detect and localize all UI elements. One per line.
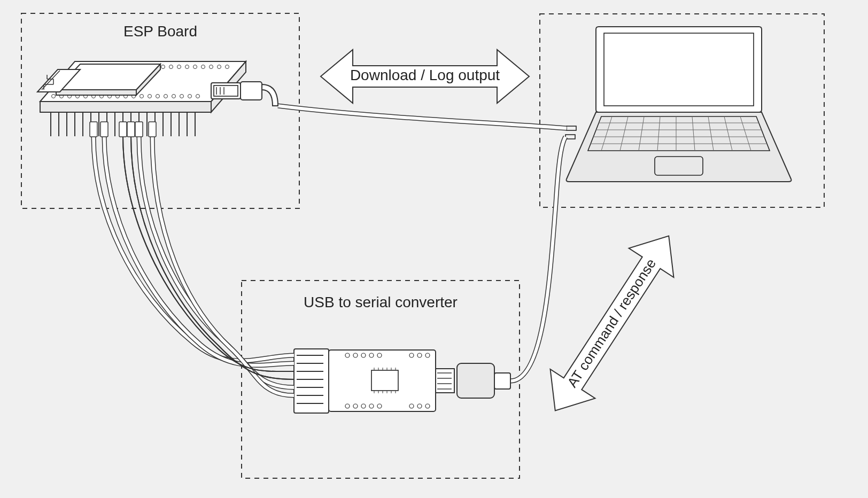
esp-board-icon [37, 61, 278, 136]
svg-point-35 [226, 65, 229, 69]
svg-point-31 [193, 65, 197, 69]
svg-point-54 [196, 95, 200, 98]
svg-rect-123 [457, 363, 494, 398]
svg-point-52 [180, 95, 184, 98]
top-arrow-label: Download / Log output [350, 67, 500, 83]
svg-point-33 [210, 65, 213, 69]
svg-point-32 [201, 65, 205, 69]
svg-rect-130 [149, 122, 156, 137]
svg-point-29 [177, 65, 181, 69]
usb-cable-top [278, 106, 567, 128]
usb-cable-bottom [510, 137, 565, 381]
esp-label: ESP Board [123, 23, 197, 40]
converter-label: USB to serial converter [304, 294, 458, 310]
svg-point-28 [169, 65, 173, 69]
right-arrow-group: AT command / response [533, 221, 691, 425]
usb-serial-converter-icon [294, 349, 510, 413]
laptop-icon [567, 27, 792, 182]
svg-point-51 [172, 95, 176, 98]
svg-rect-128 [127, 122, 135, 137]
svg-rect-80 [329, 350, 436, 411]
diagram-canvas: .dash{fill:none;stroke:#333;stroke-width… [0, 0, 868, 498]
svg-point-30 [185, 65, 189, 69]
svg-rect-15 [567, 126, 576, 130]
esp-usb-plug-icon [241, 82, 278, 106]
svg-point-36 [52, 95, 56, 98]
top-arrow-group: Download / Log output [321, 50, 529, 103]
svg-rect-124 [494, 373, 510, 389]
svg-point-47 [140, 95, 144, 98]
svg-point-34 [218, 65, 221, 69]
svg-point-50 [164, 95, 168, 98]
laptop-ports [565, 126, 576, 139]
svg-rect-129 [135, 122, 143, 137]
svg-point-48 [148, 95, 152, 98]
svg-point-49 [156, 95, 160, 98]
jumper-wires [90, 122, 294, 395]
right-arrow-label: AT command / response [564, 256, 659, 391]
svg-point-27 [161, 65, 165, 69]
svg-rect-125 [90, 122, 97, 137]
svg-point-53 [188, 95, 192, 98]
svg-rect-127 [119, 122, 127, 137]
svg-rect-126 [100, 122, 108, 137]
svg-rect-60 [241, 82, 262, 100]
esp-usb-port-icon [211, 83, 241, 99]
